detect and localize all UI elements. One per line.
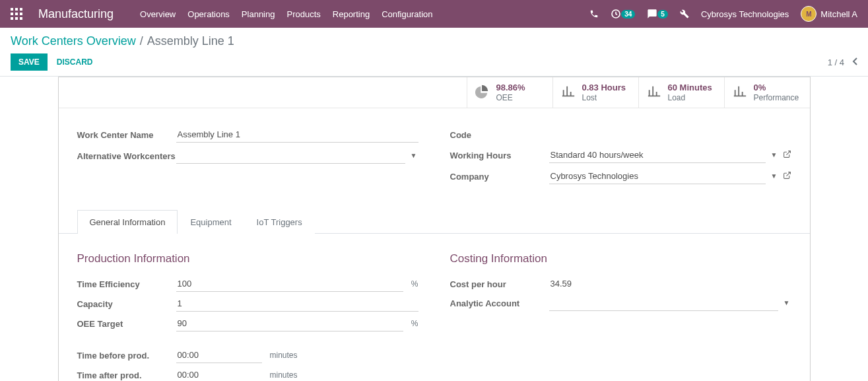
- activities-badge: 34: [621, 10, 635, 18]
- app-brand[interactable]: Manufacturing: [38, 7, 114, 21]
- stat-lost-button[interactable]: 0.83 HoursLost: [552, 77, 638, 108]
- minutes-unit: minutes: [270, 351, 298, 360]
- time-before-label: Time before prod.: [77, 347, 176, 362]
- stat-load-button[interactable]: 60 MinutesLoad: [638, 77, 724, 108]
- svg-rect-5: [20, 13, 22, 15]
- save-button[interactable]: Save: [11, 53, 48, 71]
- main-navbar: Manufacturing Overview Operations Planni…: [0, 0, 868, 28]
- tab-equipment[interactable]: Equipment: [178, 210, 244, 234]
- alt-workcenters-label: Alternative Workcenters: [77, 148, 176, 162]
- control-panel: Work Centers Overview / Assembly Line 1 …: [0, 28, 868, 77]
- menu-operations[interactable]: Operations: [187, 9, 230, 19]
- menu-planning[interactable]: Planning: [242, 9, 275, 19]
- stat-oee-button[interactable]: 98.86%OEE: [467, 77, 552, 108]
- apps-icon[interactable]: [11, 8, 22, 20]
- user-name: Mitchell A: [820, 9, 857, 19]
- svg-rect-3: [11, 13, 13, 15]
- menu-overview[interactable]: Overview: [140, 9, 176, 19]
- pager: 1 / 4: [828, 57, 857, 67]
- breadcrumb: Work Centers Overview / Assembly Line 1: [11, 34, 857, 48]
- stat-performance-label: Performance: [754, 93, 799, 102]
- cost-per-hour-label: Cost per hour: [450, 276, 549, 291]
- svg-rect-4: [15, 13, 18, 15]
- bar-chart-icon: [733, 84, 747, 100]
- oee-target-label: OEE Target: [77, 316, 176, 330]
- work-center-name-input[interactable]: [176, 127, 418, 143]
- time-efficiency-label: Time Efficiency: [77, 276, 176, 291]
- company-input[interactable]: [549, 168, 766, 184]
- stat-oee-label: OEE: [496, 93, 525, 102]
- svg-rect-2: [20, 8, 22, 11]
- stat-oee-value: 98.86%: [496, 83, 525, 93]
- company-switcher[interactable]: Cybrosys Technologies: [701, 9, 789, 19]
- svg-rect-1: [15, 8, 18, 11]
- phone-icon[interactable]: [589, 9, 599, 18]
- menu-configuration[interactable]: Configuration: [382, 9, 432, 19]
- percent-unit: %: [411, 319, 418, 328]
- chevron-down-icon[interactable]: ▼: [409, 152, 418, 159]
- messages-badge: 5: [657, 10, 668, 18]
- analytic-account-input[interactable]: [549, 295, 778, 311]
- avatar-icon: M: [801, 6, 817, 22]
- stat-performance-value: 0%: [754, 83, 799, 93]
- costing-info-title: Costing Information: [450, 252, 791, 265]
- analytic-account-label: Analytic Account: [450, 295, 549, 310]
- cost-per-hour-input[interactable]: [549, 276, 791, 291]
- chevron-down-icon[interactable]: ▼: [770, 172, 779, 180]
- minutes-unit: minutes: [270, 370, 298, 380]
- svg-rect-7: [15, 17, 18, 20]
- capacity-label: Capacity: [77, 296, 176, 310]
- production-info-title: Production Information: [77, 252, 418, 265]
- breadcrumb-parent[interactable]: Work Centers Overview: [11, 34, 136, 48]
- activities-icon[interactable]: 34: [611, 9, 635, 19]
- company-label: Company: [450, 168, 549, 183]
- stat-lost-label: Lost: [582, 93, 626, 102]
- pager-prev-icon[interactable]: [852, 57, 857, 67]
- breadcrumb-current: Assembly Line 1: [147, 34, 234, 48]
- time-efficiency-input[interactable]: [176, 276, 403, 292]
- messages-icon[interactable]: 5: [647, 9, 668, 19]
- external-link-icon[interactable]: [783, 171, 791, 182]
- working-hours-input[interactable]: [549, 147, 766, 163]
- main-menu: Overview Operations Planning Products Re…: [140, 9, 432, 19]
- discard-button[interactable]: Discard: [57, 57, 93, 67]
- pager-value[interactable]: 1 / 4: [828, 57, 844, 67]
- breadcrumb-separator: /: [140, 34, 143, 48]
- tab-iot[interactable]: IoT Triggers: [244, 210, 315, 234]
- button-box: 98.86%OEE 0.83 HoursLost 60 MinutesLoad …: [59, 77, 810, 108]
- stat-load-value: 60 Minutes: [668, 83, 712, 93]
- working-hours-label: Working Hours: [450, 147, 549, 162]
- bar-chart-icon: [561, 84, 576, 100]
- work-center-name-label: Work Center Name: [77, 127, 176, 141]
- external-link-icon[interactable]: [783, 150, 791, 160]
- code-label: Code: [450, 127, 549, 141]
- svg-rect-0: [11, 8, 13, 11]
- oee-target-input[interactable]: [176, 316, 403, 331]
- svg-rect-6: [11, 17, 13, 20]
- svg-rect-8: [20, 17, 22, 20]
- time-before-input[interactable]: [176, 347, 262, 363]
- code-input[interactable]: [549, 127, 791, 142]
- stat-lost-value: 0.83 Hours: [582, 83, 626, 93]
- menu-reporting[interactable]: Reporting: [333, 9, 370, 19]
- pie-chart-icon: [475, 84, 490, 100]
- form-sheet: 98.86%OEE 0.83 HoursLost 60 MinutesLoad …: [58, 77, 811, 381]
- bar-chart-icon: [647, 84, 661, 100]
- chevron-down-icon[interactable]: ▼: [770, 151, 779, 158]
- debug-icon[interactable]: [680, 9, 689, 18]
- alt-workcenters-input[interactable]: [176, 148, 405, 164]
- percent-unit: %: [411, 279, 418, 289]
- user-menu[interactable]: M Mitchell A: [801, 6, 857, 22]
- menu-products[interactable]: Products: [286, 9, 320, 19]
- time-after-label: Time after prod.: [77, 367, 176, 381]
- capacity-input[interactable]: [176, 296, 418, 312]
- tab-general[interactable]: General Information: [77, 210, 178, 234]
- stat-performance-button[interactable]: 0%Performance: [724, 77, 810, 108]
- tabs: General Information Equipment IoT Trigge…: [59, 209, 810, 234]
- time-after-input[interactable]: [176, 367, 262, 381]
- stat-load-label: Load: [668, 93, 712, 102]
- chevron-down-icon[interactable]: ▼: [782, 299, 791, 306]
